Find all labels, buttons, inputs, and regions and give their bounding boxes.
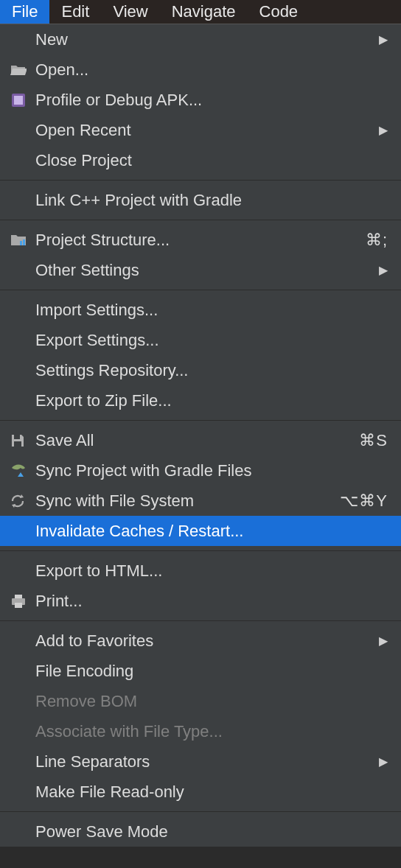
item-label: Make File Read-only <box>35 783 184 802</box>
item-label: File Encoding <box>35 662 133 681</box>
item-open[interactable]: Open... <box>0 55 401 85</box>
item-export-zip[interactable]: Export to Zip File... <box>0 385 401 416</box>
submenu-arrow-icon: ▶ <box>379 634 388 648</box>
item-invalidate-caches[interactable]: Invalidate Caches / Restart... <box>0 516 401 546</box>
item-label: Power Save Mode <box>35 822 168 841</box>
menu-code[interactable]: Code <box>248 0 310 24</box>
svg-rect-3 <box>23 239 25 245</box>
item-label: Open Recent <box>35 121 131 140</box>
svg-rect-8 <box>15 603 22 608</box>
item-label: New <box>35 30 68 49</box>
item-remove-bom: Remove BOM <box>0 686 401 716</box>
item-link-cpp[interactable]: Link C++ Project with Gradle <box>0 185 401 215</box>
item-export-settings[interactable]: Export Settings... <box>0 325 401 355</box>
item-settings-repository[interactable]: Settings Repository... <box>0 355 401 385</box>
item-associate-file-type: Associate with File Type... <box>0 716 401 746</box>
item-save-all[interactable]: Save All ⌘S <box>0 425 401 455</box>
menu-file[interactable]: File <box>0 0 49 24</box>
item-label: Print... <box>35 592 83 611</box>
refresh-icon <box>10 494 35 508</box>
print-icon <box>10 594 35 609</box>
shortcut: ⌘S <box>359 431 388 450</box>
item-label: Save All <box>35 431 94 450</box>
item-label: Line Separators <box>35 752 150 771</box>
menu-view[interactable]: View <box>101 0 159 24</box>
item-project-structure[interactable]: Project Structure... ⌘; <box>0 225 401 255</box>
svg-rect-5 <box>14 441 21 447</box>
item-label: Associate with File Type... <box>35 722 223 741</box>
svg-rect-4 <box>14 435 20 439</box>
svg-rect-2 <box>20 241 22 245</box>
item-label: Import Settings... <box>35 301 158 320</box>
submenu-arrow-icon: ▶ <box>379 32 388 46</box>
item-add-favorites[interactable]: Add to Favorites ▶ <box>0 626 401 656</box>
item-other-settings[interactable]: Other Settings ▶ <box>0 255 401 285</box>
menu-edit[interactable]: Edit <box>49 0 101 24</box>
folder-open-icon <box>10 63 35 77</box>
item-label: Invalidate Caches / Restart... <box>35 522 243 541</box>
separator <box>0 550 401 551</box>
item-label: Settings Repository... <box>35 361 188 380</box>
item-label: Project Structure... <box>35 231 170 250</box>
item-label: Remove BOM <box>35 692 137 711</box>
item-label: Sync with File System <box>35 491 194 511</box>
item-label: Other Settings <box>35 261 139 280</box>
item-new[interactable]: New ▶ <box>0 24 401 55</box>
shortcut: ⌘; <box>366 231 388 250</box>
apk-profile-icon <box>10 92 35 108</box>
item-file-encoding[interactable]: File Encoding <box>0 656 401 686</box>
shortcut: ⌥⌘Y <box>340 491 388 511</box>
svg-rect-7 <box>15 595 22 598</box>
item-label: Add to Favorites <box>35 631 153 651</box>
item-label: Open... <box>35 60 88 80</box>
submenu-arrow-icon: ▶ <box>379 123 388 137</box>
item-label: Export to Zip File... <box>35 391 172 410</box>
separator <box>0 290 401 290</box>
separator <box>0 811 401 812</box>
item-print[interactable]: Print... <box>0 586 401 616</box>
item-make-readonly[interactable]: Make File Read-only <box>0 777 401 807</box>
submenu-arrow-icon: ▶ <box>379 263 388 277</box>
item-label: Export to HTML... <box>35 561 162 581</box>
item-power-save[interactable]: Power Save Mode <box>0 816 401 847</box>
item-label: Export Settings... <box>35 331 159 350</box>
item-export-html[interactable]: Export to HTML... <box>0 556 401 586</box>
item-sync-gradle[interactable]: Sync Project with Gradle Files <box>0 455 401 486</box>
item-label: Sync Project with Gradle Files <box>35 461 251 480</box>
svg-rect-1 <box>14 96 23 105</box>
menu-navigate[interactable]: Navigate <box>160 0 248 24</box>
item-close-project[interactable]: Close Project <box>0 145 401 175</box>
menubar: File Edit View Navigate Code <box>0 0 401 24</box>
item-profile-apk[interactable]: Profile or Debug APK... <box>0 85 401 115</box>
item-label: Link C++ Project with Gradle <box>35 191 242 210</box>
save-icon <box>10 433 35 448</box>
sync-gradle-icon <box>10 463 35 478</box>
item-line-separators[interactable]: Line Separators ▶ <box>0 746 401 777</box>
submenu-arrow-icon: ▶ <box>379 755 388 769</box>
separator <box>0 220 401 220</box>
item-label: Close Project <box>35 151 132 170</box>
item-sync-filesystem[interactable]: Sync with File System ⌥⌘Y <box>0 486 401 516</box>
separator <box>0 180 401 181</box>
project-structure-icon <box>10 234 35 247</box>
separator <box>0 620 401 621</box>
item-open-recent[interactable]: Open Recent ▶ <box>0 115 401 145</box>
separator <box>0 420 401 421</box>
item-label: Profile or Debug APK... <box>35 91 202 110</box>
item-import-settings[interactable]: Import Settings... <box>0 295 401 325</box>
file-dropdown: New ▶ Open... Profile or Debug APK... Op… <box>0 24 401 847</box>
